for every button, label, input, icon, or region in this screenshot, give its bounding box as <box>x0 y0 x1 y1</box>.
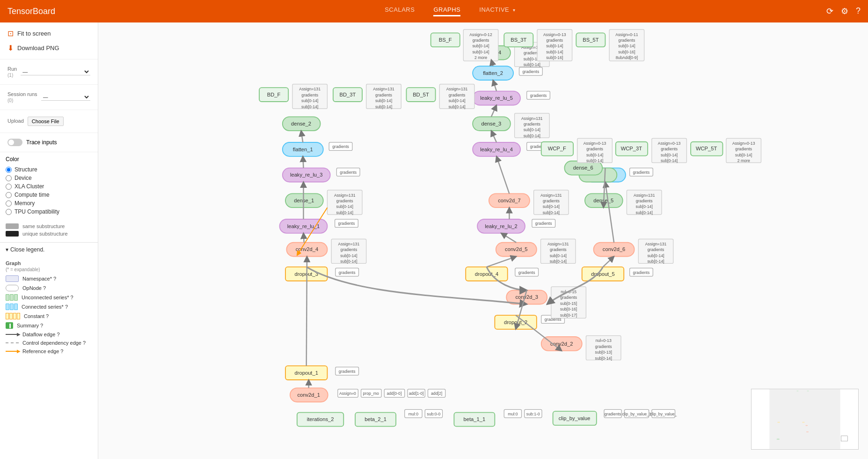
svg-text:Assign=131: Assign=131 <box>634 193 655 198</box>
namespace-shape <box>6 275 19 282</box>
constant-label: Constant ? <box>24 313 49 319</box>
svg-text:add[1-0]: add[1-0] <box>409 391 424 396</box>
svg-text:Assign=131: Assign=131 <box>521 116 543 121</box>
svg-text:gradients: gradients <box>336 199 353 203</box>
svg-line-243 <box>605 182 614 242</box>
color-option-xla: XLA Cluster <box>6 182 92 191</box>
svg-line-230 <box>304 233 304 243</box>
svg-text:gradients: gradients <box>338 221 355 226</box>
svg-text:leaky_re_lu_2: leaky_re_lu_2 <box>485 223 518 229</box>
legend-body: Graph (* = expandable) Namespace* ? OpNo… <box>0 257 98 357</box>
svg-text:sub[0-14]: sub[0-14] <box>340 259 357 264</box>
svg-text:clip_by_value: clip_by_value <box>559 415 591 421</box>
svg-text:gradients: gradients <box>339 369 356 374</box>
svg-text:sub[0-14]: sub[0-14] <box>448 104 465 109</box>
reference-edge-icon <box>6 351 19 352</box>
svg-text:sub[0-14]: sub[0-14] <box>336 204 353 209</box>
legend-unconnected: Unconnected series* ? <box>6 293 92 302</box>
namespace-icon <box>6 275 19 282</box>
legend-header[interactable]: ▾ Close legend. <box>0 242 98 257</box>
svg-text:Assign=131: Assign=131 <box>446 87 468 91</box>
svg-line-237 <box>496 156 509 194</box>
svg-text:sub[0-16]: sub[0-16] <box>546 55 563 60</box>
svg-text:gradients: gradients <box>524 122 540 126</box>
svg-text:gradients: gradients <box>340 170 357 175</box>
legend-title: Close legend. <box>10 246 44 253</box>
svg-text:sub[0-14]: sub[0-14] <box>618 44 635 48</box>
svg-text:flatten_2: flatten_2 <box>483 70 503 76</box>
svg-text:sub[0-14]: sub[0-14] <box>647 259 664 264</box>
svg-text:conv2d_5: conv2d_5 <box>505 246 527 252</box>
download-png-button[interactable]: ⬇ Download PNG <box>6 41 92 55</box>
nav-graphs[interactable]: GRAPHS <box>433 6 460 16</box>
summary-label: Summary ? <box>17 323 43 328</box>
color-option-tpu: TPU Compatibility <box>6 207 92 216</box>
help-icon[interactable]: ? <box>856 6 861 16</box>
svg-text:sub[0-14]: sub[0-14] <box>301 104 318 109</box>
dropdown-arrow-icon: ▾ <box>513 7 516 13</box>
opnode-shape <box>6 285 19 291</box>
legend-reference-edge: Reference edge ? <box>6 347 92 355</box>
svg-text:sub[0-14]: sub[0-14] <box>543 204 560 209</box>
svg-text:gradients: gradients <box>523 69 540 74</box>
canvas-area[interactable]: iterations_2 beta_2_1 mul:0 sub:0-0 beta… <box>98 22 868 459</box>
svg-rect-255 <box>807 391 809 391</box>
app-title: TensorBoard <box>7 7 55 16</box>
session-control: — <box>41 94 90 101</box>
svg-text:dense_2: dense_2 <box>291 121 311 126</box>
svg-text:gradients: gradients <box>648 247 664 252</box>
run-selector[interactable]: — <box>21 68 90 75</box>
run-row: Run (1) — <box>6 63 92 81</box>
settings-icon[interactable]: ⚙ <box>841 6 848 16</box>
svg-text:sub[0-14]: sub[0-14] <box>586 153 603 157</box>
svg-text:iterations_2: iterations_2 <box>307 416 334 422</box>
sidebar: ⊡ Fit to screen ⬇ Download PNG Run (1) — <box>0 22 98 459</box>
svg-text:BD_5T: BD_5T <box>413 92 429 97</box>
svg-text:gradients: gradients <box>619 38 635 43</box>
svg-text:flatten_1: flatten_1 <box>293 147 313 152</box>
svg-text:sub[0-14]: sub[0-14] <box>375 98 392 103</box>
svg-text:gradients: gradients <box>595 344 612 349</box>
svg-line-232 <box>303 156 303 168</box>
nav-inactive[interactable]: INACTIVE ▾ <box>479 6 516 16</box>
choose-file-button[interactable]: Choose File <box>28 117 64 126</box>
toggle-slider <box>7 139 22 146</box>
svg-text:conv2d_2: conv2d_2 <box>550 341 573 347</box>
svg-rect-254 <box>797 391 798 391</box>
opnode-label: OpNode ? <box>22 285 46 291</box>
trace-inputs-toggle[interactable] <box>7 139 22 146</box>
nav-scalars[interactable]: SCALARS <box>385 6 415 16</box>
svg-text:Assign=131: Assign=131 <box>540 193 562 198</box>
svg-line-229 <box>306 257 307 366</box>
svg-text:sub[0-14]: sub[0-14] <box>472 50 489 54</box>
right-icons: ⟳ ⚙ ? <box>826 6 861 16</box>
svg-text:add[2]: add[2] <box>431 391 442 396</box>
svg-rect-249 <box>777 439 779 440</box>
session-row: Session runs (0) — <box>6 89 92 106</box>
svg-text:sub[0-14]: sub[0-14] <box>375 104 392 109</box>
svg-line-242 <box>603 257 614 267</box>
svg-text:clip_by_value_1: clip_by_value_1 <box>622 412 651 416</box>
reference-edge-label: Reference edge ? <box>22 348 63 354</box>
svg-text:Assign=0-13: Assign=0-13 <box>732 141 755 146</box>
fit-to-screen-button[interactable]: ⊡ Fit to screen <box>6 26 92 41</box>
connected-label: Connected series* ? <box>22 304 68 310</box>
svg-text:Assign=0-11: Assign=0-11 <box>615 32 638 37</box>
svg-text:Assign=0-13: Assign=0-13 <box>658 141 681 146</box>
svg-text:gradients: gradients <box>535 221 552 226</box>
svg-text:2 more: 2 more <box>474 55 487 60</box>
svg-text:leaky_re_lu_1: leaky_re_lu_1 <box>287 223 320 229</box>
session-selector[interactable]: — <box>41 94 90 101</box>
svg-rect-250 <box>806 431 808 432</box>
svg-text:Assign=131: Assign=131 <box>645 242 667 246</box>
svg-text:sub:1-0: sub:1-0 <box>526 412 540 416</box>
refresh-icon[interactable]: ⟳ <box>826 6 833 16</box>
fit-icon: ⊡ <box>7 29 14 38</box>
color-option-device: Device <box>6 174 92 182</box>
svg-text:sub[0-14]: sub[0-14] <box>301 98 318 103</box>
run-control: — <box>21 68 90 75</box>
upload-row: Upload Choose File <box>6 114 92 129</box>
svg-text:sub[0-14]: sub[0-14] <box>340 253 357 258</box>
unconnected-icon <box>6 294 18 301</box>
svg-text:Assign=0: Assign=0 <box>339 391 356 396</box>
